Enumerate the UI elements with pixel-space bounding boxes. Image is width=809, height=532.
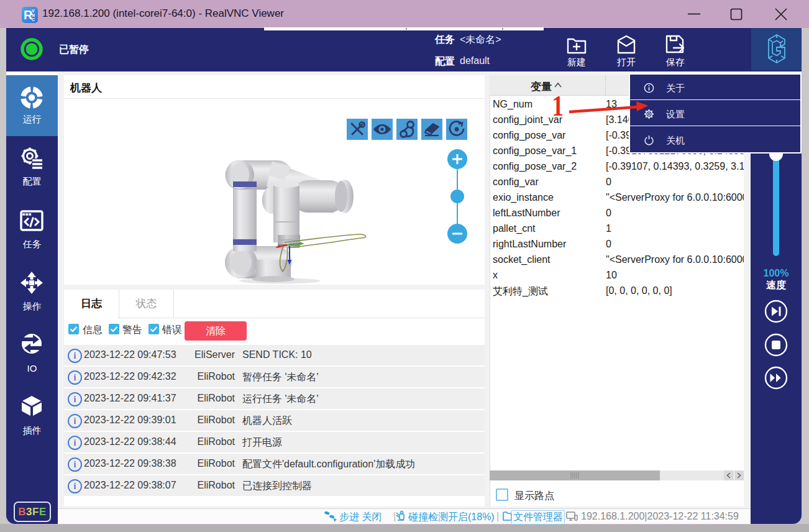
- svg-text:1: 1: [552, 91, 564, 121]
- svg-text:C: C: [32, 17, 35, 22]
- svg-text:V: V: [32, 9, 35, 13]
- svg-text:N: N: [32, 13, 35, 17]
